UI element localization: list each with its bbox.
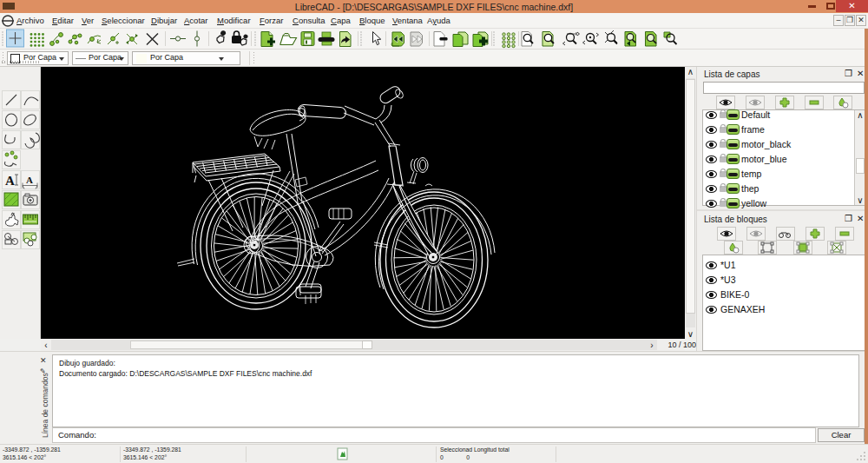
svg-text:A: A	[26, 175, 33, 185]
svg-text:A: A	[5, 174, 15, 188]
